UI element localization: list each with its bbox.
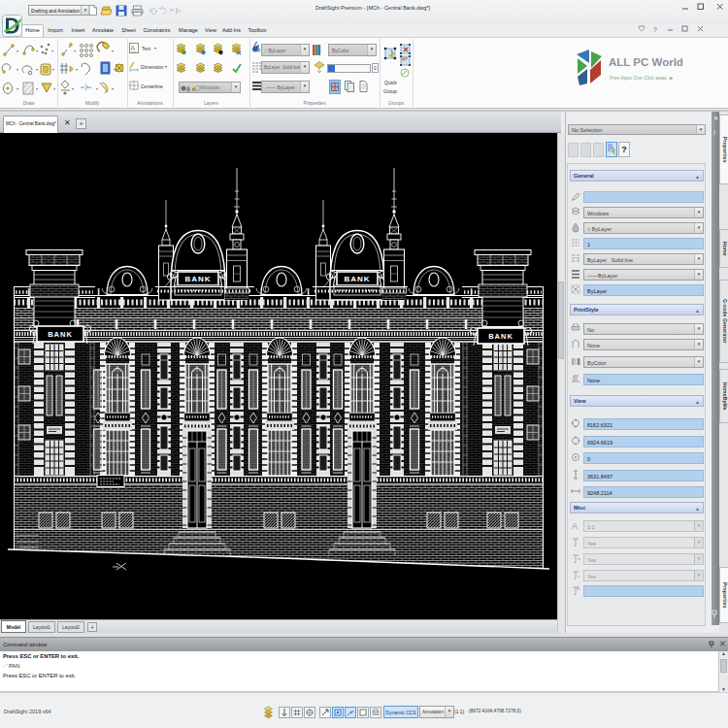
svg-text:▾: ▾ [17, 86, 18, 91]
svg-text:BANK: BANK [184, 275, 211, 283]
svg-text:▾: ▾ [72, 86, 74, 91]
svg-text:▾: ▾ [51, 49, 53, 53]
svg-text:Quick: Quick [384, 80, 397, 85]
svg-text:▾: ▾ [96, 86, 98, 91]
svg-text:?: ? [653, 26, 657, 33]
svg-text:A: A [131, 45, 136, 51]
svg-text:Group: Group [383, 88, 397, 94]
svg-text:▾: ▾ [52, 67, 54, 72]
svg-text:▾: ▾ [17, 49, 18, 53]
svg-text:▾: ▾ [114, 67, 116, 72]
svg-text:BANK: BANK [344, 275, 370, 283]
svg-text:BANK: BANK [488, 332, 513, 341]
svg-text:A: A [577, 585, 580, 591]
svg-text:▾: ▾ [76, 67, 78, 72]
svg-text:▾: ▾ [112, 49, 114, 53]
svg-text:▾: ▾ [36, 67, 38, 72]
svg-text:A: A [572, 521, 578, 531]
svg-text:▾: ▾ [53, 86, 55, 91]
svg-text:▾: ▾ [74, 49, 76, 53]
svg-text:▾: ▾ [17, 67, 18, 72]
svg-text:▾: ▾ [36, 86, 38, 91]
svg-text:BANK: BANK [48, 330, 73, 339]
svg-text:▾: ▾ [112, 86, 114, 91]
svg-text:▾: ▾ [36, 49, 38, 53]
